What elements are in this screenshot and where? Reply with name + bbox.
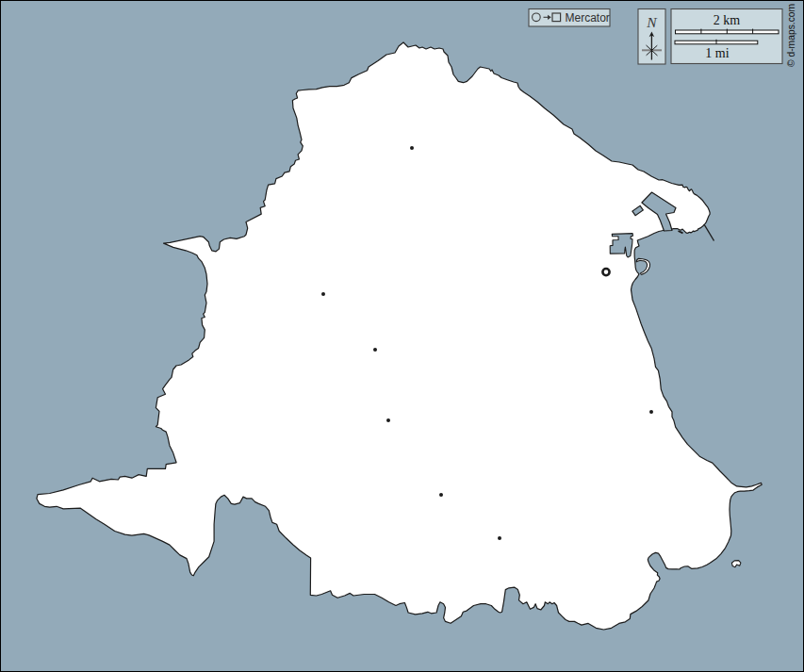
- svg-text:Mercator: Mercator: [566, 11, 610, 25]
- svg-text:2 km: 2 km: [714, 13, 741, 27]
- svg-text:1 mi: 1 mi: [705, 46, 729, 60]
- svg-text:© d-maps.com: © d-maps.com: [786, 4, 796, 67]
- svg-text:N: N: [646, 14, 658, 30]
